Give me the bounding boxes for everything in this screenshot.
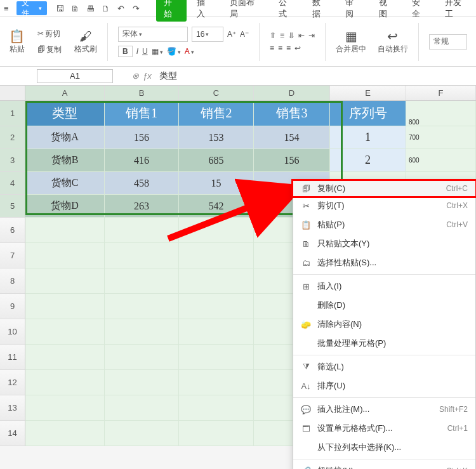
cell[interactable] <box>25 268 105 294</box>
menu-item[interactable]: ⧩筛选(L) <box>293 357 475 376</box>
row-header-11[interactable]: 11 <box>0 345 25 370</box>
cell[interactable]: 15 <box>179 172 254 195</box>
row-header-8[interactable]: 8 <box>0 268 25 294</box>
menu-item[interactable]: 🗂选择性粘贴(S)... <box>293 253 475 272</box>
align-top-icon[interactable]: ⥣ <box>270 31 276 40</box>
align-left-icon[interactable]: ≡ <box>270 44 274 53</box>
cell[interactable]: 销售3 <box>254 101 330 126</box>
paste-icon[interactable]: 📋 <box>9 29 25 44</box>
save-as-icon[interactable]: 🗎 <box>69 1 83 15</box>
menu-item[interactable]: 🔗超链接(H)...Ctrl+K <box>293 461 475 469</box>
row-header-12[interactable]: 12 <box>0 370 25 395</box>
formula-input[interactable] <box>157 69 471 83</box>
hamburger-icon[interactable]: ≡ <box>0 4 13 13</box>
file-menu-button[interactable]: 文件 ▾ <box>17 1 47 15</box>
cell[interactable]: 263 <box>105 195 179 218</box>
cell[interactable]: 2 <box>330 149 406 172</box>
cell[interactable] <box>25 395 105 421</box>
auto-wrap-icon[interactable]: ↩ <box>387 29 398 44</box>
cell[interactable]: 货物D <box>25 195 105 218</box>
print-preview-icon[interactable]: 🗋 <box>99 1 113 15</box>
fill-color-button[interactable]: 🪣▾ <box>167 47 181 56</box>
undo-icon[interactable]: ↶ <box>114 1 128 15</box>
menu-item[interactable]: 从下拉列表中选择(K)... <box>293 438 475 457</box>
cell[interactable]: 1 <box>330 126 406 149</box>
cell[interactable] <box>179 218 254 243</box>
tab-security[interactable]: 安全 <box>404 0 435 22</box>
row-header-13[interactable]: 13 <box>0 395 25 421</box>
menu-item[interactable]: ⊞插入(I) <box>293 277 475 296</box>
menu-item[interactable]: 🗐复制(C)Ctrl+C <box>291 179 476 198</box>
cell[interactable]: 600 <box>406 149 476 172</box>
row-header-10[interactable]: 10 <box>0 319 25 345</box>
menu-item[interactable]: 🧽清除内容(N) <box>293 315 475 334</box>
cell[interactable] <box>105 370 179 395</box>
cell[interactable] <box>25 370 105 395</box>
cell[interactable] <box>179 268 254 294</box>
row-header-1[interactable]: 1 <box>0 101 25 126</box>
menu-item[interactable]: ✂剪切(T)Ctrl+X <box>293 196 475 215</box>
cell[interactable] <box>25 294 105 319</box>
redo-icon[interactable]: ↷ <box>129 1 143 15</box>
cell[interactable] <box>179 294 254 319</box>
row-header-14[interactable]: 14 <box>0 421 25 446</box>
row-header-7[interactable]: 7 <box>0 243 25 268</box>
cell[interactable]: 700 <box>406 126 476 149</box>
cell[interactable]: 154 <box>254 126 330 149</box>
row-header-5[interactable]: 5 <box>0 195 25 218</box>
row-header-2[interactable]: 2 <box>0 126 25 149</box>
cell[interactable] <box>179 243 254 268</box>
font-size-select[interactable]: 16▾ <box>192 27 223 42</box>
align-bottom-icon[interactable]: ⥥ <box>288 31 294 40</box>
menu-item[interactable]: 批量处理单元格(P) <box>293 334 475 353</box>
row-header-4[interactable]: 4 <box>0 172 25 195</box>
font-name-select[interactable]: 宋体▾ <box>118 27 188 42</box>
cell[interactable]: 416 <box>105 149 179 172</box>
fx-icon[interactable]: ƒx <box>143 71 152 81</box>
cell[interactable] <box>25 345 105 370</box>
cell[interactable]: 156 <box>254 149 330 172</box>
cell[interactable]: 类型 <box>25 101 105 126</box>
print-icon[interactable]: 🖶 <box>84 1 98 15</box>
cell[interactable]: 货物A <box>25 126 105 149</box>
cell[interactable] <box>179 319 254 345</box>
underline-button[interactable]: U <box>142 47 148 56</box>
col-header-E[interactable]: E <box>330 86 406 100</box>
row-header-3[interactable]: 3 <box>0 149 25 172</box>
cut-button[interactable]: ✂剪切 <box>36 27 62 41</box>
col-header-B[interactable]: B <box>105 86 179 100</box>
bold-button[interactable]: B <box>118 46 133 57</box>
tab-formulas[interactable]: 公式 <box>271 0 301 22</box>
copy-button[interactable]: 🗐复制 <box>36 43 63 56</box>
cell[interactable]: 458 <box>105 172 179 195</box>
menu-item[interactable]: A↓排序(U) <box>293 376 475 395</box>
col-header-F[interactable]: F <box>406 86 476 100</box>
cell[interactable] <box>105 319 179 345</box>
row-header-6[interactable]: 6 <box>0 218 25 243</box>
format-painter-icon[interactable]: 🖌 <box>79 29 92 44</box>
tab-insert[interactable]: 插入 <box>189 0 220 22</box>
tab-home[interactable]: 开始 <box>156 0 187 22</box>
cell[interactable] <box>25 243 105 268</box>
tab-data[interactable]: 数据 <box>305 0 335 22</box>
menu-item[interactable]: 🗎只粘贴文本(Y) <box>293 234 475 253</box>
wrap-text-icon[interactable]: ↩ <box>294 44 301 53</box>
align-right-icon[interactable]: ≡ <box>286 44 291 53</box>
cell[interactable]: 货物B <box>25 149 105 172</box>
increase-font-icon[interactable]: A⁺ <box>227 30 236 39</box>
cell[interactable] <box>105 243 179 268</box>
cell[interactable]: 685 <box>179 149 254 172</box>
cell[interactable] <box>179 345 254 370</box>
indent-decrease-icon[interactable]: ⇤ <box>298 31 305 40</box>
merge-center-icon[interactable]: ▦ <box>345 29 357 44</box>
indent-increase-icon[interactable]: ⇥ <box>308 31 315 40</box>
menu-item[interactable]: 删除(D) <box>293 296 475 315</box>
align-middle-icon[interactable]: ≡ <box>280 31 284 40</box>
number-format-select[interactable]: 常规 <box>429 34 467 50</box>
col-header-A[interactable]: A <box>25 86 105 100</box>
cell[interactable] <box>25 319 105 345</box>
cell[interactable] <box>105 218 179 243</box>
cell[interactable]: 153 <box>179 126 254 149</box>
col-header-D[interactable]: D <box>254 86 330 100</box>
save-icon[interactable]: 🖫 <box>53 1 67 15</box>
